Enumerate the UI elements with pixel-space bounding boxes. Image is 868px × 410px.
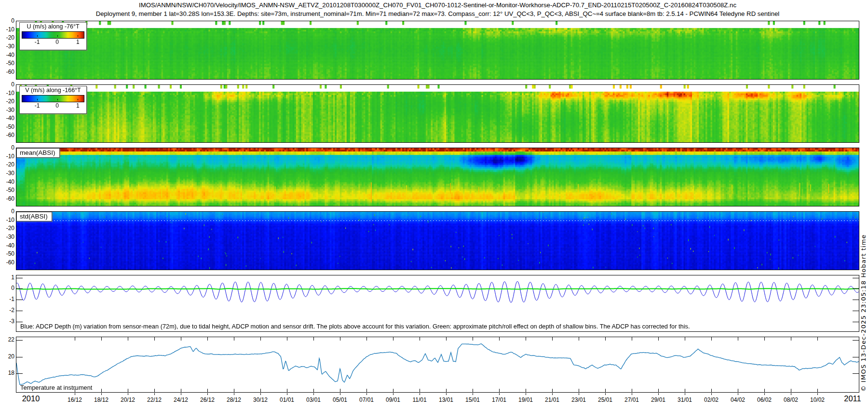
colorbar-tick [37, 35, 38, 37]
depth-tick-label: -60 [1, 259, 14, 266]
x-tick-label: 10/02 [806, 396, 828, 403]
x-tick-mark [101, 393, 102, 395]
x-tick-mark [181, 393, 181, 395]
panel-v-velocity: V (m/s) along -166°T -101 [16, 84, 859, 143]
x-tick-label: 27/01 [621, 396, 643, 403]
x-tick-mark [579, 393, 579, 395]
x-tick-label: 28/12 [223, 396, 245, 403]
x-tick-mark [658, 393, 659, 395]
depth-tick-label: -20 [1, 98, 14, 105]
x-tick-mark [446, 393, 447, 395]
x-tick-label: 31/01 [674, 396, 696, 403]
std-absi-heatmap [16, 212, 859, 270]
depth-tick-label: 0 [1, 208, 14, 215]
x-tick-mark [207, 393, 208, 395]
x-tick-label: 06/02 [753, 396, 775, 403]
temperature-plot [16, 337, 859, 392]
y-tick-label: 1 [1, 274, 14, 281]
x-tick-label: 01/01 [276, 396, 298, 403]
x-tick-mark [632, 393, 632, 395]
x-tick-label: 25/01 [594, 396, 616, 403]
x-tick-mark [260, 393, 261, 395]
colorbar-v [22, 95, 84, 102]
depth-tick-label: -20 [1, 161, 14, 168]
depth-tick-label: -50 [1, 250, 14, 257]
colorbar-tick-label: -1 [30, 102, 44, 109]
x-tick-mark [685, 393, 685, 395]
depth-tick-label: -10 [1, 153, 14, 160]
x-tick-mark [791, 393, 791, 395]
depth-tick-label: -10 [1, 26, 14, 33]
colorbar-tick [57, 99, 58, 100]
mean-absi-heatmap [16, 148, 859, 206]
depth-tick-label: -20 [1, 225, 14, 232]
x-tick-label: 20/12 [117, 396, 139, 403]
x-tick-label: 09/01 [382, 396, 404, 403]
x-tick-label: 03/01 [302, 396, 325, 403]
depth-tick-label: -30 [1, 43, 14, 50]
x-tick-label: 24/12 [170, 396, 192, 403]
depth-tick-label: -60 [1, 132, 14, 138]
colorbar-tick [57, 35, 58, 37]
colorbar-tick-label: 0 [50, 39, 65, 45]
depth-tick-label: -10 [1, 90, 14, 96]
v-velocity-heatmap [16, 85, 859, 142]
x-tick-mark [313, 393, 314, 395]
y-tick-label: -1 [1, 296, 14, 302]
panel-mean-absi: mean(ABSI) [16, 148, 859, 206]
x-tick-mark [738, 393, 738, 395]
depth-tick-label: -50 [1, 60, 14, 67]
y-tick-label: 20 [1, 353, 14, 360]
x-tick-mark [711, 393, 712, 395]
depth-tick-label: -60 [1, 68, 14, 75]
u-velocity-heatmap [16, 21, 859, 79]
x-tick-label: 23/01 [568, 396, 590, 403]
depth-tick-label: -20 [1, 34, 14, 41]
x-tick-mark [154, 393, 155, 395]
colorbar-tick-label: 1 [70, 39, 85, 45]
x-tick-label: 29/01 [647, 396, 669, 403]
depth-tick-label: -30 [1, 107, 14, 113]
legend-v-title: V (m/s) along -166°T [20, 87, 86, 94]
depth-tick-label: -40 [1, 178, 14, 185]
depth-tick-label: -40 [1, 52, 14, 58]
x-tick-label: 08/02 [780, 396, 802, 403]
x-tick-mark [526, 393, 526, 395]
colorbar-tick-label: -1 [30, 39, 44, 45]
panel-std-absi: std(ABSI) [16, 211, 859, 270]
x-tick-label: 22/12 [143, 396, 165, 403]
mean-absi-label: mean(ABSI) [16, 148, 60, 158]
x-tick-label: 05/01 [329, 396, 351, 403]
y-tick-label: 0 [1, 285, 14, 291]
depth-tick-label: -30 [1, 170, 14, 177]
depth-tick-label: 0 [1, 144, 14, 151]
colorbar-u [22, 31, 84, 39]
x-tick-mark [420, 393, 420, 395]
year-label-left: 2010 [14, 394, 48, 403]
x-tick-mark [340, 393, 340, 395]
colorbar-tick [78, 35, 78, 37]
x-tick-mark [605, 393, 606, 395]
depth-tick-label: -40 [1, 115, 14, 122]
depth-tick-label: 0 [1, 81, 14, 88]
x-tick-label: 17/01 [488, 396, 510, 403]
colorbar-tick [78, 99, 78, 100]
legend-u-title: U (m/s) along -76°T [20, 23, 86, 30]
depth-tick-label: 0 [1, 17, 14, 24]
depth-tick-label: -40 [1, 242, 14, 249]
panel-temperature: Temperature at instrument [16, 337, 859, 393]
x-tick-label: 26/12 [196, 396, 218, 403]
panel-depth-variation: Blue: ADCP Depth (m) variation from sens… [16, 275, 859, 332]
x-tick-mark [473, 393, 473, 395]
y-tick-label: 22 [1, 336, 14, 343]
x-tick-mark [128, 393, 128, 395]
x-tick-label: 13/01 [435, 396, 457, 403]
x-tick-mark [366, 393, 367, 395]
depth-tick-label: -30 [1, 233, 14, 240]
figure-title: IMOS/ANMN/NSW/CH070/Velocity/IMOS_ANMN-N… [16, 1, 859, 9]
x-tick-label: 04/02 [727, 396, 749, 403]
x-tick-mark [499, 393, 500, 395]
x-tick-mark [764, 393, 765, 395]
depth-tick-label: -60 [1, 195, 14, 202]
x-tick-mark [393, 393, 393, 395]
